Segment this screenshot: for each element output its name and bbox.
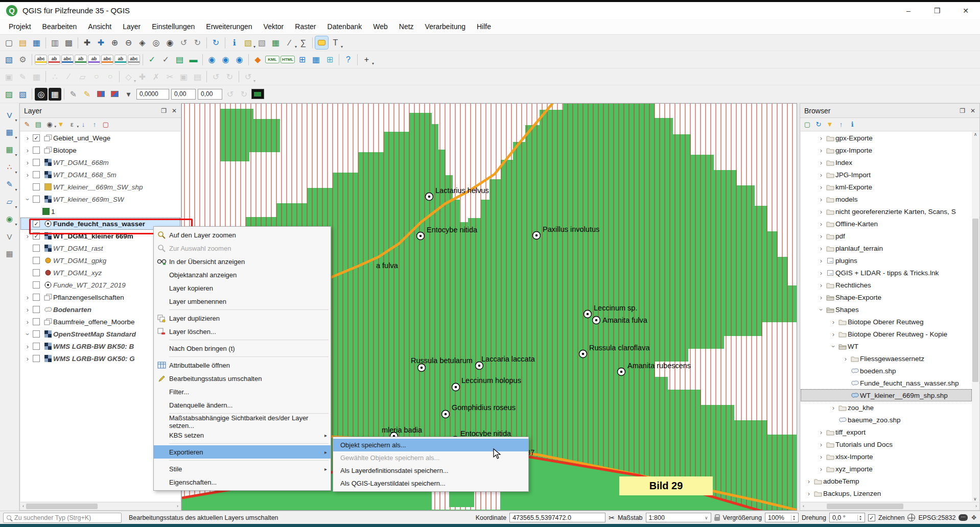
- rotate-feature-icon[interactable]: ↺: [242, 70, 254, 83]
- expander-icon[interactable]: ›: [818, 305, 825, 314]
- table-tools-icon[interactable]: ▦: [2, 245, 18, 262]
- filter-browser-icon[interactable]: ▼: [825, 119, 835, 130]
- draw-tools-icon[interactable]: ✎: [2, 176, 18, 193]
- layer-checkbox[interactable]: [33, 196, 40, 203]
- browser-item-wt[interactable]: ›WT: [801, 340, 972, 352]
- expander-icon[interactable]: ›: [24, 134, 32, 142]
- layer-item-wt-kleiner-669m-sw[interactable]: ›WT_kleiner_669m_SW: [20, 193, 180, 205]
- browser-item-plugins[interactable]: ›→plugins: [801, 254, 972, 267]
- scroll-thumb[interactable]: [26, 504, 98, 509]
- browser-panel-float-icon[interactable]: ❐: [960, 107, 965, 114]
- coordinate-input[interactable]: 473565.5,5397472.0: [509, 513, 605, 522]
- cad-dock-icon[interactable]: ▨: [3, 88, 15, 101]
- maximize-button[interactable]: ❒: [923, 2, 951, 19]
- browser-item-kml-exporte[interactable]: ›kml-Exporte: [801, 181, 972, 193]
- scroll-thumb[interactable]: [827, 504, 903, 509]
- delete-selected-icon[interactable]: ✗: [150, 70, 162, 83]
- menu-item-stile[interactable]: Stile▸: [154, 462, 331, 475]
- copy-features-icon[interactable]: ▣: [177, 70, 190, 83]
- open-attribute-table-icon[interactable]: ▦: [269, 36, 282, 49]
- expander-icon[interactable]: ›: [817, 294, 825, 301]
- expander-icon[interactable]: ›: [817, 257, 825, 265]
- expander-icon[interactable]: ›: [817, 183, 825, 191]
- menu-bearbeiten[interactable]: Bearbeiten: [37, 19, 83, 34]
- zoom-to-layer-icon[interactable]: ◉: [164, 36, 176, 49]
- pan-map-icon[interactable]: ✚: [81, 36, 94, 49]
- layer-panel-close-icon[interactable]: ✕: [172, 107, 177, 114]
- html-export-icon[interactable]: HTML: [281, 56, 295, 63]
- browser-item-rechtliches[interactable]: ›Rechtliches: [801, 279, 972, 291]
- expander-icon[interactable]: ›: [24, 147, 32, 154]
- layer-checkbox[interactable]: [33, 159, 40, 166]
- mesh-tool-icon[interactable]: ⊞: [323, 53, 336, 66]
- layer-checkbox[interactable]: [33, 171, 40, 178]
- layer-checkbox[interactable]: [33, 330, 40, 338]
- layer-item-wt-dgm1-668m[interactable]: ›WT_DGM1_668m: [20, 156, 180, 169]
- expand-all-icon[interactable]: ↓: [78, 119, 88, 130]
- expander-icon[interactable]: ›: [817, 281, 825, 289]
- map-refresh-icon[interactable]: ↻: [209, 36, 222, 49]
- select-region-icon[interactable]: ▦: [49, 88, 61, 101]
- expander-icon[interactable]: ›: [24, 355, 32, 363]
- digitize-line-icon[interactable]: ∕: [62, 70, 75, 83]
- diagram-options-icon[interactable]: abc: [128, 55, 140, 65]
- layer-checkbox[interactable]: [33, 318, 40, 325]
- zoom-full-icon[interactable]: ◈: [136, 36, 149, 49]
- layer-checkbox[interactable]: [33, 257, 40, 264]
- menu-item-layer-duplizieren[interactable]: Layer duplizieren: [154, 312, 331, 325]
- layer-checkbox[interactable]: [33, 306, 40, 313]
- expander-icon[interactable]: ›: [24, 318, 32, 326]
- browser-panel-hscrollbar[interactable]: ‹ ›: [801, 502, 979, 510]
- globe-tools-icon[interactable]: ◉: [2, 210, 18, 228]
- browser-item-backups-lizenzen[interactable]: ›Backups, Lizenzen: [801, 487, 972, 499]
- scroll-up-icon[interactable]: ∧: [974, 132, 977, 137]
- expander-icon[interactable]: ›: [829, 330, 837, 338]
- layer-checkbox[interactable]: [33, 355, 40, 362]
- crs-label[interactable]: EPSG:25832: [918, 514, 955, 521]
- redo2-icon[interactable]: ↻: [238, 88, 250, 101]
- vector-tools-icon[interactable]: V: [2, 106, 18, 124]
- expander-icon[interactable]: ›: [817, 147, 825, 154]
- layer-item-biotope[interactable]: ›Biotope: [20, 144, 180, 156]
- expander-icon[interactable]: ›: [24, 171, 32, 179]
- undo-icon[interactable]: ↺: [209, 70, 222, 83]
- scroll-left-icon[interactable]: ‹: [801, 504, 806, 509]
- browser-item-jpg-import[interactable]: ›JPG-Import: [801, 169, 972, 181]
- filter-expression-icon[interactable]: ε: [67, 119, 77, 130]
- layer-checkbox[interactable]: [33, 343, 40, 350]
- layer-panel-hscrollbar[interactable]: ‹ ›: [20, 502, 180, 510]
- expander-icon[interactable]: ›: [817, 220, 825, 228]
- project-new-icon[interactable]: ▢: [3, 36, 15, 49]
- expander-icon[interactable]: ›: [817, 196, 825, 203]
- magnifier-input[interactable]: 100%▲▼: [765, 513, 799, 522]
- menu-item-eigenschaften[interactable]: Eigenschaften...: [154, 475, 331, 489]
- menu-item-bearbeitungsstatus-umschalten[interactable]: Bearbeitungsstatus umschalten: [154, 372, 331, 385]
- mouse-position-icon[interactable]: ✂: [609, 514, 615, 522]
- check-geometries-icon[interactable]: ✓: [146, 53, 158, 66]
- scroll-down-icon[interactable]: ∨: [973, 496, 977, 501]
- remove-layer-icon[interactable]: ▢: [101, 119, 111, 130]
- tool-dropdown-icon[interactable]: ▾: [122, 88, 135, 101]
- map-tips-icon[interactable]: [315, 36, 328, 49]
- label-rotate-icon[interactable]: abc: [101, 55, 113, 65]
- menu-item-kbs-setzen[interactable]: KBS setzen▸: [154, 428, 331, 442]
- label-show-hide-icon[interactable]: ab: [75, 55, 87, 65]
- browser-item-funde-feucht-nass-wasser-shp[interactable]: Funde_feucht_nass_wasser.shp: [801, 377, 972, 389]
- vertex-tool-icon[interactable]: ◇: [122, 70, 135, 83]
- expander-icon[interactable]: ›: [24, 195, 32, 203]
- browser-item-biotope-oberer-reutweg-kopie[interactable]: ›Biotope Oberer Reutweg - Kopie: [801, 328, 972, 340]
- browser-item-models[interactable]: ›models: [801, 193, 972, 205]
- properties-browser-icon[interactable]: ℹ: [847, 119, 857, 130]
- expander-icon[interactable]: ›: [817, 159, 825, 166]
- snapshot-icon[interactable]: ◎: [35, 88, 48, 101]
- browser-item-wt-kleiner-669m-shp-shp[interactable]: WT_kleiner__669m_shp.shp: [801, 389, 972, 401]
- layer-checkbox[interactable]: [33, 183, 40, 190]
- digitize-circle-icon[interactable]: ○: [90, 70, 103, 83]
- browser-panel-vscrollbar[interactable]: ∧ ∨: [972, 132, 979, 501]
- submenu-item-als-qgis-layerstildatei-speichern[interactable]: Als QGIS-Layerstildatei speichern...: [333, 477, 528, 490]
- browser-item-gpx-importe[interactable]: ›gpx-Importe: [801, 144, 972, 156]
- menu-web[interactable]: Web: [367, 19, 393, 34]
- statistics-icon[interactable]: ∑: [297, 36, 310, 49]
- layer-checkbox[interactable]: [33, 281, 40, 289]
- layer-item-gebiet-und-wege[interactable]: ›✓Gebiet_und_Wege: [20, 132, 180, 144]
